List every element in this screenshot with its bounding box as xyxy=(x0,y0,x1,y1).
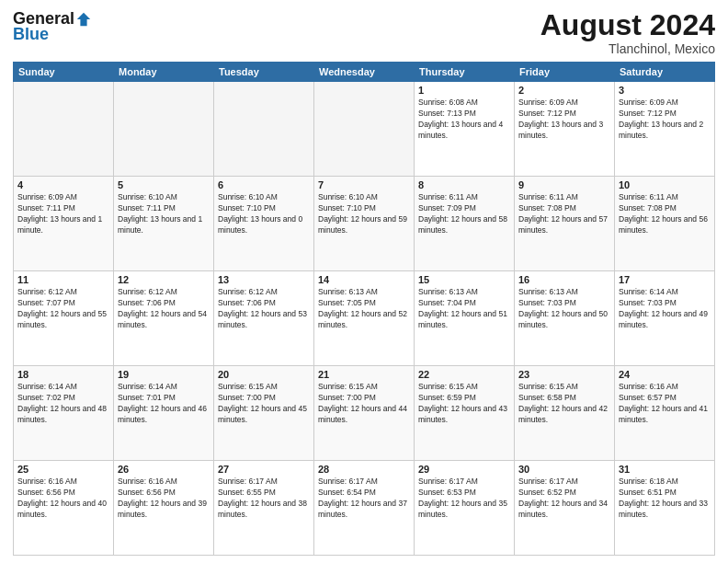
table-row: 21Sunrise: 6:15 AMSunset: 7:00 PMDayligh… xyxy=(314,366,415,461)
day-number: 2 xyxy=(518,85,610,96)
logo: General Blue xyxy=(13,9,92,44)
day-info: Sunrise: 6:15 AMSunset: 7:00 PMDaylight:… xyxy=(218,382,310,426)
day-number: 21 xyxy=(318,369,410,380)
table-row: 6Sunrise: 6:10 AMSunset: 7:10 PMDaylight… xyxy=(214,177,314,271)
day-number: 6 xyxy=(218,179,310,190)
table-row: 16Sunrise: 6:13 AMSunset: 7:03 PMDayligh… xyxy=(515,271,615,366)
col-tuesday: Tuesday xyxy=(214,63,314,82)
table-row: 22Sunrise: 6:15 AMSunset: 6:59 PMDayligh… xyxy=(415,366,515,461)
table-row: 23Sunrise: 6:15 AMSunset: 6:58 PMDayligh… xyxy=(515,366,615,461)
table-row: 7Sunrise: 6:10 AMSunset: 7:10 PMDaylight… xyxy=(314,177,415,271)
day-info: Sunrise: 6:10 AMSunset: 7:10 PMDaylight:… xyxy=(218,192,310,236)
day-info: Sunrise: 6:14 AMSunset: 7:02 PMDaylight:… xyxy=(17,382,109,426)
table-row xyxy=(314,82,415,177)
page: General Blue August 2024 Tlanchinol, Mex… xyxy=(0,0,728,563)
day-number: 28 xyxy=(318,464,410,475)
day-number: 27 xyxy=(218,464,310,475)
logo-blue-text: Blue xyxy=(13,25,49,44)
day-info: Sunrise: 6:11 AMSunset: 7:09 PMDaylight:… xyxy=(418,192,510,236)
day-info: Sunrise: 6:13 AMSunset: 7:05 PMDaylight:… xyxy=(318,287,410,331)
calendar-week-row: 25Sunrise: 6:16 AMSunset: 6:56 PMDayligh… xyxy=(14,461,715,556)
day-number: 10 xyxy=(619,179,711,190)
table-row: 11Sunrise: 6:12 AMSunset: 7:07 PMDayligh… xyxy=(14,271,114,366)
table-row: 9Sunrise: 6:11 AMSunset: 7:08 PMDaylight… xyxy=(515,177,615,271)
day-number: 5 xyxy=(118,179,210,190)
day-number: 3 xyxy=(619,85,711,96)
day-number: 1 xyxy=(418,85,510,96)
day-number: 9 xyxy=(518,179,610,190)
svg-marker-0 xyxy=(77,12,90,25)
col-thursday: Thursday xyxy=(415,63,515,82)
day-number: 30 xyxy=(518,464,610,475)
day-number: 19 xyxy=(118,369,210,380)
calendar-week-row: 4Sunrise: 6:09 AMSunset: 7:11 PMDaylight… xyxy=(14,177,715,271)
table-row xyxy=(214,82,314,177)
col-sunday: Sunday xyxy=(14,63,114,82)
table-row: 10Sunrise: 6:11 AMSunset: 7:08 PMDayligh… xyxy=(615,177,715,271)
calendar-header-row: Sunday Monday Tuesday Wednesday Thursday… xyxy=(14,63,715,82)
table-row: 17Sunrise: 6:14 AMSunset: 7:03 PMDayligh… xyxy=(615,271,715,366)
logo-icon xyxy=(75,11,92,28)
location-title: Tlanchinol, Mexico xyxy=(540,41,715,56)
table-row: 13Sunrise: 6:12 AMSunset: 7:06 PMDayligh… xyxy=(214,271,314,366)
day-number: 15 xyxy=(418,274,510,285)
table-row: 12Sunrise: 6:12 AMSunset: 7:06 PMDayligh… xyxy=(114,271,214,366)
day-number: 14 xyxy=(318,274,410,285)
day-info: Sunrise: 6:16 AMSunset: 6:56 PMDaylight:… xyxy=(17,477,109,521)
day-info: Sunrise: 6:09 AMSunset: 7:12 PMDaylight:… xyxy=(619,98,711,142)
table-row: 1Sunrise: 6:08 AMSunset: 7:13 PMDaylight… xyxy=(415,82,515,177)
table-row: 31Sunrise: 6:18 AMSunset: 6:51 PMDayligh… xyxy=(615,461,715,556)
day-info: Sunrise: 6:14 AMSunset: 7:03 PMDaylight:… xyxy=(619,287,711,331)
day-info: Sunrise: 6:18 AMSunset: 6:51 PMDaylight:… xyxy=(619,477,711,521)
day-info: Sunrise: 6:12 AMSunset: 7:07 PMDaylight:… xyxy=(17,287,109,331)
day-number: 26 xyxy=(118,464,210,475)
day-info: Sunrise: 6:10 AMSunset: 7:11 PMDaylight:… xyxy=(118,192,210,236)
table-row xyxy=(14,82,114,177)
day-info: Sunrise: 6:13 AMSunset: 7:04 PMDaylight:… xyxy=(418,287,510,331)
day-number: 22 xyxy=(418,369,510,380)
table-row: 14Sunrise: 6:13 AMSunset: 7:05 PMDayligh… xyxy=(314,271,415,366)
day-info: Sunrise: 6:17 AMSunset: 6:53 PMDaylight:… xyxy=(418,477,510,521)
table-row: 4Sunrise: 6:09 AMSunset: 7:11 PMDaylight… xyxy=(14,177,114,271)
calendar-week-row: 1Sunrise: 6:08 AMSunset: 7:13 PMDaylight… xyxy=(14,82,715,177)
table-row xyxy=(114,82,214,177)
table-row: 26Sunrise: 6:16 AMSunset: 6:56 PMDayligh… xyxy=(114,461,214,556)
table-row: 18Sunrise: 6:14 AMSunset: 7:02 PMDayligh… xyxy=(14,366,114,461)
month-title: August 2024 xyxy=(540,9,715,41)
table-row: 8Sunrise: 6:11 AMSunset: 7:09 PMDaylight… xyxy=(415,177,515,271)
day-number: 13 xyxy=(218,274,310,285)
day-number: 12 xyxy=(118,274,210,285)
day-info: Sunrise: 6:11 AMSunset: 7:08 PMDaylight:… xyxy=(619,192,711,236)
header: General Blue August 2024 Tlanchinol, Mex… xyxy=(13,9,715,56)
day-info: Sunrise: 6:12 AMSunset: 7:06 PMDaylight:… xyxy=(218,287,310,331)
table-row: 27Sunrise: 6:17 AMSunset: 6:55 PMDayligh… xyxy=(214,461,314,556)
col-monday: Monday xyxy=(114,63,214,82)
day-info: Sunrise: 6:08 AMSunset: 7:13 PMDaylight:… xyxy=(418,98,510,142)
day-info: Sunrise: 6:12 AMSunset: 7:06 PMDaylight:… xyxy=(118,287,210,331)
day-info: Sunrise: 6:17 AMSunset: 6:54 PMDaylight:… xyxy=(318,477,410,521)
day-number: 31 xyxy=(619,464,711,475)
day-number: 23 xyxy=(518,369,610,380)
table-row: 19Sunrise: 6:14 AMSunset: 7:01 PMDayligh… xyxy=(114,366,214,461)
day-number: 11 xyxy=(17,274,109,285)
col-friday: Friday xyxy=(515,63,615,82)
day-info: Sunrise: 6:14 AMSunset: 7:01 PMDaylight:… xyxy=(118,382,210,426)
day-info: Sunrise: 6:16 AMSunset: 6:56 PMDaylight:… xyxy=(118,477,210,521)
day-info: Sunrise: 6:15 AMSunset: 7:00 PMDaylight:… xyxy=(318,382,410,426)
table-row: 20Sunrise: 6:15 AMSunset: 7:00 PMDayligh… xyxy=(214,366,314,461)
day-number: 29 xyxy=(418,464,510,475)
day-number: 24 xyxy=(619,369,711,380)
day-number: 4 xyxy=(17,179,109,190)
day-info: Sunrise: 6:09 AMSunset: 7:11 PMDaylight:… xyxy=(17,192,109,236)
day-info: Sunrise: 6:17 AMSunset: 6:55 PMDaylight:… xyxy=(218,477,310,521)
table-row: 3Sunrise: 6:09 AMSunset: 7:12 PMDaylight… xyxy=(615,82,715,177)
table-row: 24Sunrise: 6:16 AMSunset: 6:57 PMDayligh… xyxy=(615,366,715,461)
day-number: 16 xyxy=(518,274,610,285)
col-wednesday: Wednesday xyxy=(314,63,415,82)
day-info: Sunrise: 6:13 AMSunset: 7:03 PMDaylight:… xyxy=(518,287,610,331)
table-row: 2Sunrise: 6:09 AMSunset: 7:12 PMDaylight… xyxy=(515,82,615,177)
day-info: Sunrise: 6:15 AMSunset: 6:59 PMDaylight:… xyxy=(418,382,510,426)
calendar-week-row: 18Sunrise: 6:14 AMSunset: 7:02 PMDayligh… xyxy=(14,366,715,461)
table-row: 28Sunrise: 6:17 AMSunset: 6:54 PMDayligh… xyxy=(314,461,415,556)
table-row: 30Sunrise: 6:17 AMSunset: 6:52 PMDayligh… xyxy=(515,461,615,556)
